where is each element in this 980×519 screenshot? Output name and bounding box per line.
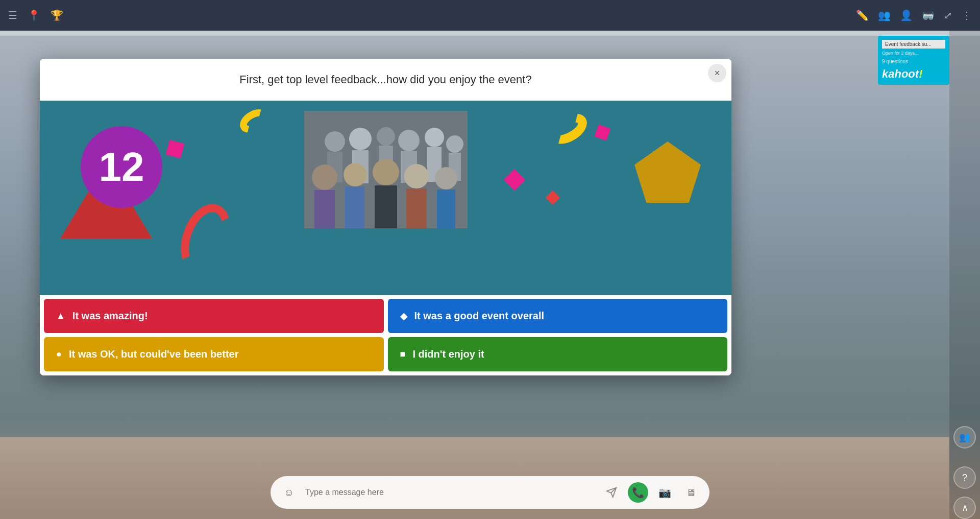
menu-icon[interactable]: ☰: [8, 9, 17, 21]
svg-rect-23: [304, 111, 468, 228]
question-number-badge: 12: [81, 126, 162, 208]
modal-header: First, get top level feedback...how did …: [40, 59, 731, 101]
question-modal: × ⊡ 🔊 First, get top level feedback...ho…: [40, 59, 731, 375]
answer-d-text: I didn't enjoy it: [412, 348, 484, 360]
event-photo: [304, 111, 468, 228]
top-nav-right: ✏️ 👥 👤 🥽 ⤢ ⋮: [856, 9, 972, 21]
kahoot-panel: Event feedback su... Open for 2 days... …: [878, 36, 949, 85]
expand-icon[interactable]: ⤢: [944, 9, 952, 21]
screen-share-button[interactable]: 🖥: [681, 482, 701, 503]
answer-c-icon: ●: [56, 349, 62, 360]
trophy-icon[interactable]: 🏆: [51, 9, 63, 21]
deco-red-diamond: [546, 191, 560, 205]
sidebar-help-button[interactable]: ?: [953, 466, 976, 489]
deco-pink-square: [594, 124, 610, 140]
deco-red-squiggle: [172, 197, 239, 280]
kahoot-panel-header: Event feedback su...: [882, 40, 945, 49]
answer-a-text: It was amazing!: [72, 310, 148, 322]
answer-a-button[interactable]: ▲ It was amazing!: [44, 299, 384, 333]
emoji-button[interactable]: ☺: [279, 482, 299, 503]
answer-c-button[interactable]: ● It was OK, but could've been better: [44, 337, 384, 371]
question-title: First, get top level feedback...how did …: [50, 73, 721, 86]
kahoot-questions-count: 9 questions: [882, 59, 945, 64]
sidebar-chevron-up-button[interactable]: ∧: [953, 497, 976, 519]
answer-c-text: It was OK, but could've been better: [69, 348, 239, 360]
deco-gold-pentagon: [634, 141, 701, 203]
crowd-photo: [304, 111, 468, 228]
vr-icon[interactable]: 🥽: [922, 9, 935, 21]
answer-d-icon: ■: [400, 349, 406, 360]
kahoot-logo: kahoot!: [882, 67, 945, 81]
kahoot-panel-sub: Open for 2 days...: [882, 51, 945, 56]
deco-magenta-diamond: [504, 169, 525, 191]
chat-input[interactable]: [305, 488, 595, 497]
sidebar-users-button[interactable]: 👥: [953, 426, 976, 449]
more-vertical-icon[interactable]: ⋮: [962, 9, 972, 21]
deco-pink-rect: [166, 140, 185, 159]
chat-bar: ☺ 📞 📷 🖥: [271, 476, 709, 509]
phone-button[interactable]: 📞: [628, 482, 648, 503]
send-button[interactable]: [601, 482, 622, 503]
right-sidebar: 👥 ? ∧: [949, 31, 980, 519]
camera-button[interactable]: 📷: [654, 482, 675, 503]
location-icon[interactable]: 📍: [28, 9, 40, 21]
user-add-icon[interactable]: 👤: [900, 9, 913, 21]
top-nav-left: ☰ 📍 🏆: [8, 9, 63, 21]
close-button[interactable]: ×: [708, 64, 726, 82]
answer-b-text: It was a good event overall: [414, 310, 545, 322]
answer-a-icon: ▲: [56, 311, 65, 321]
answer-b-button[interactable]: ◆ It was a good event overall: [388, 299, 728, 333]
answer-d-button[interactable]: ■ I didn't enjoy it: [388, 337, 728, 371]
question-number: 12: [99, 144, 144, 191]
users-icon[interactable]: 👥: [878, 9, 891, 21]
answer-b-icon: ◆: [400, 311, 407, 322]
top-nav: ☰ 📍 🏆 ✏️ 👥 👤 🥽 ⤢ ⋮: [0, 0, 980, 31]
answers-grid: ▲ It was amazing! ◆ It was a good event …: [40, 295, 731, 375]
pencil-plus-icon[interactable]: ✏️: [856, 9, 869, 21]
question-area: 12: [40, 101, 731, 295]
deco-yellow-curve: [544, 107, 592, 150]
deco-yellow-curve2: [236, 105, 273, 138]
